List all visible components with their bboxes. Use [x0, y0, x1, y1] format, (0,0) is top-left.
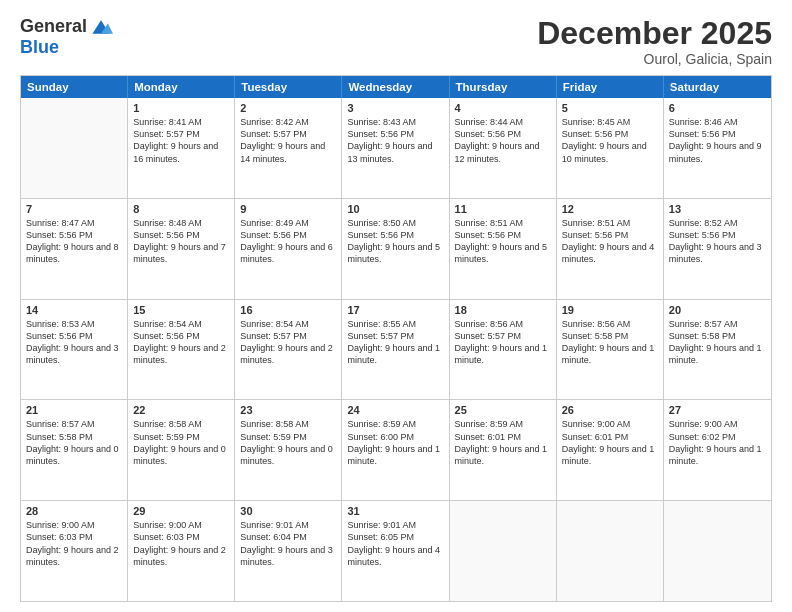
calendar-cell — [664, 501, 771, 601]
day-number: 23 — [240, 404, 336, 416]
calendar-cell: 19Sunrise: 8:56 AM Sunset: 5:58 PM Dayli… — [557, 300, 664, 400]
day-number: 4 — [455, 102, 551, 114]
day-number: 18 — [455, 304, 551, 316]
cell-info: Sunrise: 8:46 AM Sunset: 5:56 PM Dayligh… — [669, 116, 766, 165]
calendar-cell: 30Sunrise: 9:01 AM Sunset: 6:04 PM Dayli… — [235, 501, 342, 601]
calendar-cell — [21, 98, 128, 198]
cell-info: Sunrise: 8:48 AM Sunset: 5:56 PM Dayligh… — [133, 217, 229, 266]
day-number: 17 — [347, 304, 443, 316]
cell-info: Sunrise: 8:43 AM Sunset: 5:56 PM Dayligh… — [347, 116, 443, 165]
weekday-header: Wednesday — [342, 76, 449, 98]
day-number: 28 — [26, 505, 122, 517]
day-number: 16 — [240, 304, 336, 316]
calendar-cell: 13Sunrise: 8:52 AM Sunset: 5:56 PM Dayli… — [664, 199, 771, 299]
cell-info: Sunrise: 8:59 AM Sunset: 6:00 PM Dayligh… — [347, 418, 443, 467]
cell-info: Sunrise: 8:57 AM Sunset: 5:58 PM Dayligh… — [26, 418, 122, 467]
day-number: 3 — [347, 102, 443, 114]
cell-info: Sunrise: 8:58 AM Sunset: 5:59 PM Dayligh… — [240, 418, 336, 467]
logo-general-text: General — [20, 16, 87, 37]
calendar-cell: 29Sunrise: 9:00 AM Sunset: 6:03 PM Dayli… — [128, 501, 235, 601]
cell-info: Sunrise: 8:51 AM Sunset: 5:56 PM Dayligh… — [455, 217, 551, 266]
calendar-row: 1Sunrise: 8:41 AM Sunset: 5:57 PM Daylig… — [21, 98, 771, 198]
day-number: 13 — [669, 203, 766, 215]
logo-blue-text: Blue — [20, 37, 59, 58]
cell-info: Sunrise: 9:01 AM Sunset: 6:04 PM Dayligh… — [240, 519, 336, 568]
calendar-header: SundayMondayTuesdayWednesdayThursdayFrid… — [21, 76, 771, 98]
day-number: 7 — [26, 203, 122, 215]
day-number: 14 — [26, 304, 122, 316]
logo: General Blue — [20, 16, 113, 58]
calendar-cell: 16Sunrise: 8:54 AM Sunset: 5:57 PM Dayli… — [235, 300, 342, 400]
calendar-cell: 18Sunrise: 8:56 AM Sunset: 5:57 PM Dayli… — [450, 300, 557, 400]
cell-info: Sunrise: 8:47 AM Sunset: 5:56 PM Dayligh… — [26, 217, 122, 266]
cell-info: Sunrise: 8:54 AM Sunset: 5:56 PM Dayligh… — [133, 318, 229, 367]
weekday-header: Monday — [128, 76, 235, 98]
cell-info: Sunrise: 8:52 AM Sunset: 5:56 PM Dayligh… — [669, 217, 766, 266]
weekday-header: Sunday — [21, 76, 128, 98]
cell-info: Sunrise: 9:00 AM Sunset: 6:02 PM Dayligh… — [669, 418, 766, 467]
calendar-row: 7Sunrise: 8:47 AM Sunset: 5:56 PM Daylig… — [21, 198, 771, 299]
calendar-cell: 8Sunrise: 8:48 AM Sunset: 5:56 PM Daylig… — [128, 199, 235, 299]
logo-icon — [89, 18, 113, 36]
calendar-cell: 22Sunrise: 8:58 AM Sunset: 5:59 PM Dayli… — [128, 400, 235, 500]
day-number: 15 — [133, 304, 229, 316]
day-number: 19 — [562, 304, 658, 316]
day-number: 22 — [133, 404, 229, 416]
calendar-cell — [557, 501, 664, 601]
weekday-header: Tuesday — [235, 76, 342, 98]
calendar-cell — [450, 501, 557, 601]
calendar-cell: 25Sunrise: 8:59 AM Sunset: 6:01 PM Dayli… — [450, 400, 557, 500]
cell-info: Sunrise: 8:53 AM Sunset: 5:56 PM Dayligh… — [26, 318, 122, 367]
cell-info: Sunrise: 8:56 AM Sunset: 5:57 PM Dayligh… — [455, 318, 551, 367]
calendar-cell: 6Sunrise: 8:46 AM Sunset: 5:56 PM Daylig… — [664, 98, 771, 198]
cell-info: Sunrise: 9:01 AM Sunset: 6:05 PM Dayligh… — [347, 519, 443, 568]
calendar-cell: 3Sunrise: 8:43 AM Sunset: 5:56 PM Daylig… — [342, 98, 449, 198]
cell-info: Sunrise: 8:49 AM Sunset: 5:56 PM Dayligh… — [240, 217, 336, 266]
cell-info: Sunrise: 8:50 AM Sunset: 5:56 PM Dayligh… — [347, 217, 443, 266]
calendar-cell: 7Sunrise: 8:47 AM Sunset: 5:56 PM Daylig… — [21, 199, 128, 299]
weekday-header: Friday — [557, 76, 664, 98]
calendar-cell: 9Sunrise: 8:49 AM Sunset: 5:56 PM Daylig… — [235, 199, 342, 299]
calendar-cell: 31Sunrise: 9:01 AM Sunset: 6:05 PM Dayli… — [342, 501, 449, 601]
calendar-cell: 17Sunrise: 8:55 AM Sunset: 5:57 PM Dayli… — [342, 300, 449, 400]
day-number: 9 — [240, 203, 336, 215]
cell-info: Sunrise: 8:44 AM Sunset: 5:56 PM Dayligh… — [455, 116, 551, 165]
calendar-row: 28Sunrise: 9:00 AM Sunset: 6:03 PM Dayli… — [21, 500, 771, 601]
calendar-cell: 26Sunrise: 9:00 AM Sunset: 6:01 PM Dayli… — [557, 400, 664, 500]
weekday-header: Saturday — [664, 76, 771, 98]
cell-info: Sunrise: 8:42 AM Sunset: 5:57 PM Dayligh… — [240, 116, 336, 165]
calendar-cell: 12Sunrise: 8:51 AM Sunset: 5:56 PM Dayli… — [557, 199, 664, 299]
day-number: 31 — [347, 505, 443, 517]
calendar-cell: 21Sunrise: 8:57 AM Sunset: 5:58 PM Dayli… — [21, 400, 128, 500]
calendar-cell: 15Sunrise: 8:54 AM Sunset: 5:56 PM Dayli… — [128, 300, 235, 400]
day-number: 8 — [133, 203, 229, 215]
day-number: 25 — [455, 404, 551, 416]
calendar-row: 21Sunrise: 8:57 AM Sunset: 5:58 PM Dayli… — [21, 399, 771, 500]
calendar-cell: 20Sunrise: 8:57 AM Sunset: 5:58 PM Dayli… — [664, 300, 771, 400]
page: General Blue December 2025 Ourol, Galici… — [0, 0, 792, 612]
calendar-cell: 5Sunrise: 8:45 AM Sunset: 5:56 PM Daylig… — [557, 98, 664, 198]
calendar-row: 14Sunrise: 8:53 AM Sunset: 5:56 PM Dayli… — [21, 299, 771, 400]
day-number: 12 — [562, 203, 658, 215]
calendar-cell: 24Sunrise: 8:59 AM Sunset: 6:00 PM Dayli… — [342, 400, 449, 500]
cell-info: Sunrise: 9:00 AM Sunset: 6:03 PM Dayligh… — [26, 519, 122, 568]
calendar-cell: 4Sunrise: 8:44 AM Sunset: 5:56 PM Daylig… — [450, 98, 557, 198]
calendar-cell: 1Sunrise: 8:41 AM Sunset: 5:57 PM Daylig… — [128, 98, 235, 198]
cell-info: Sunrise: 8:51 AM Sunset: 5:56 PM Dayligh… — [562, 217, 658, 266]
day-number: 11 — [455, 203, 551, 215]
location-subtitle: Ourol, Galicia, Spain — [537, 51, 772, 67]
day-number: 2 — [240, 102, 336, 114]
cell-info: Sunrise: 8:59 AM Sunset: 6:01 PM Dayligh… — [455, 418, 551, 467]
calendar-cell: 28Sunrise: 9:00 AM Sunset: 6:03 PM Dayli… — [21, 501, 128, 601]
day-number: 26 — [562, 404, 658, 416]
calendar-cell: 23Sunrise: 8:58 AM Sunset: 5:59 PM Dayli… — [235, 400, 342, 500]
cell-info: Sunrise: 8:55 AM Sunset: 5:57 PM Dayligh… — [347, 318, 443, 367]
day-number: 6 — [669, 102, 766, 114]
cell-info: Sunrise: 8:45 AM Sunset: 5:56 PM Dayligh… — [562, 116, 658, 165]
day-number: 10 — [347, 203, 443, 215]
cell-info: Sunrise: 8:54 AM Sunset: 5:57 PM Dayligh… — [240, 318, 336, 367]
title-area: December 2025 Ourol, Galicia, Spain — [537, 16, 772, 67]
day-number: 21 — [26, 404, 122, 416]
cell-info: Sunrise: 9:00 AM Sunset: 6:03 PM Dayligh… — [133, 519, 229, 568]
day-number: 30 — [240, 505, 336, 517]
